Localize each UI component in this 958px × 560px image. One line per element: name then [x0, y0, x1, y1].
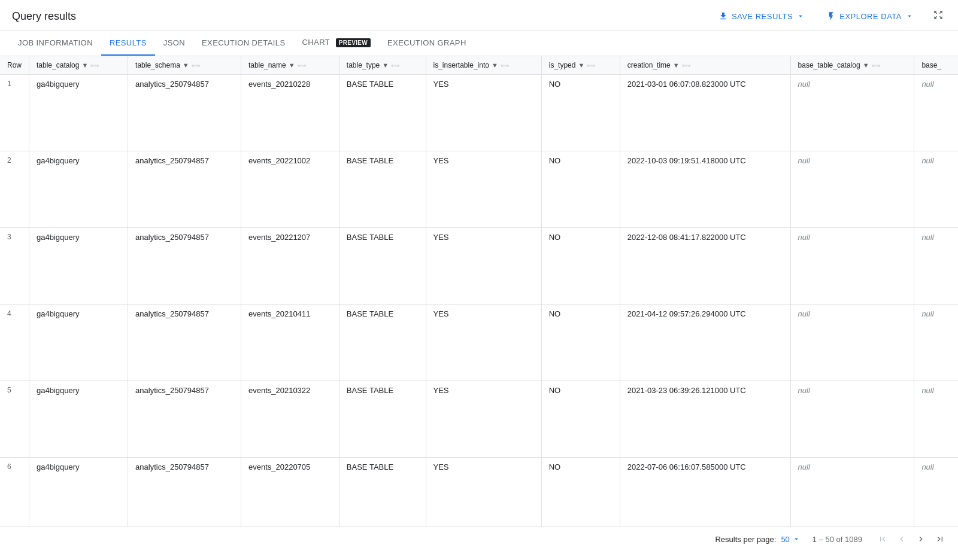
- table-cell: null: [914, 151, 958, 228]
- tab-json[interactable]: JSON: [155, 31, 193, 56]
- table-cell: null: [790, 381, 914, 458]
- per-page-selector[interactable]: 50: [781, 535, 800, 544]
- page-range: 1 – 50 of 1089: [813, 535, 862, 544]
- col-header-row: Row: [0, 56, 29, 75]
- tab-execution-details[interactable]: EXECUTION DETAILS: [193, 31, 293, 56]
- results-table-container[interactable]: Row table_catalog ▼ ⟺ table_schema ▼ ⟺: [0, 56, 958, 526]
- table-cell: analytics_250794857: [128, 228, 241, 305]
- table-cell: NO: [541, 458, 620, 527]
- tab-job-information[interactable]: JOB INFORMATION: [10, 31, 101, 56]
- table-cell: 2021-03-01 06:07:08.823000 UTC: [620, 75, 790, 151]
- col-header-base-table-catalog[interactable]: base_table_catalog ▼ ⟺: [790, 56, 914, 75]
- table-cell: YES: [426, 151, 541, 228]
- table-cell: analytics_250794857: [128, 381, 241, 458]
- table-cell: null: [914, 228, 958, 305]
- last-page-button[interactable]: [932, 532, 948, 546]
- save-icon: [718, 11, 728, 21]
- sort-table-schema-icon[interactable]: ▼: [183, 62, 189, 69]
- table-footer: Results per page: 50 1 – 50 of 1089: [0, 526, 958, 551]
- sort-table-catalog-icon[interactable]: ▼: [81, 62, 88, 69]
- col-header-is-typed[interactable]: is_typed ▼ ⟺: [541, 56, 620, 75]
- save-results-dropdown-icon: [796, 12, 805, 20]
- prev-page-button[interactable]: [893, 532, 910, 546]
- table-cell: NO: [541, 381, 620, 458]
- page-header: Query results SAVE RESULTS EXPLORE DATA: [0, 0, 958, 31]
- table-cell: ga4bigquery: [29, 228, 128, 305]
- table-cell: YES: [426, 228, 541, 305]
- table-cell: 6: [0, 458, 29, 527]
- table-cell: null: [790, 458, 914, 527]
- table-cell: null: [790, 151, 914, 228]
- table-body: 1ga4bigqueryanalytics_250794857events_20…: [0, 75, 958, 527]
- table-cell: BASE TABLE: [339, 228, 426, 305]
- table-cell: events_20221002: [241, 151, 339, 228]
- first-page-button[interactable]: [874, 532, 891, 546]
- table-cell: BASE TABLE: [339, 75, 426, 151]
- sort-creation-time-icon[interactable]: ▼: [673, 62, 680, 69]
- col-header-is-insertable[interactable]: is_insertable_into ▼ ⟺: [426, 56, 541, 75]
- table-cell: 2: [0, 151, 29, 228]
- table-cell: 2022-12-08 08:41:17.822000 UTC: [620, 228, 790, 305]
- table-cell: events_20210411: [241, 305, 339, 381]
- col-header-table-name[interactable]: table_name ▼ ⟺: [241, 56, 339, 75]
- table-cell: NO: [541, 151, 620, 228]
- table-cell: null: [790, 228, 914, 305]
- save-results-button[interactable]: SAVE RESULTS: [714, 9, 810, 23]
- table-cell: NO: [541, 228, 620, 305]
- explore-data-button[interactable]: EXPLORE DATA: [821, 9, 918, 23]
- table-cell: analytics_250794857: [128, 75, 241, 151]
- col-header-table-catalog[interactable]: table_catalog ▼ ⟺: [29, 56, 128, 75]
- sort-table-type-icon[interactable]: ▼: [382, 62, 389, 69]
- table-row: 4ga4bigqueryanalytics_250794857events_20…: [0, 305, 958, 381]
- next-page-icon: [916, 534, 926, 544]
- col-header-table-type[interactable]: table_type ▼ ⟺: [339, 56, 426, 75]
- last-page-icon: [935, 534, 945, 544]
- expand-icon: [933, 10, 944, 20]
- table-cell: BASE TABLE: [339, 305, 426, 381]
- table-cell: 2022-10-03 09:19:51.418000 UTC: [620, 151, 790, 228]
- table-header-row: Row table_catalog ▼ ⟺ table_schema ▼ ⟺: [0, 56, 958, 75]
- sort-is-typed-icon[interactable]: ▼: [578, 62, 584, 69]
- table-cell: null: [914, 458, 958, 527]
- page-title: Query results: [12, 10, 76, 23]
- tab-execution-graph[interactable]: EXECUTION GRAPH: [379, 31, 475, 56]
- col-header-base[interactable]: base_: [914, 56, 958, 75]
- table-cell: ga4bigquery: [29, 151, 128, 228]
- table-cell: events_20210322: [241, 381, 339, 458]
- table-cell: 2021-03-23 06:39:26.121000 UTC: [620, 381, 790, 458]
- table-row: 3ga4bigqueryanalytics_250794857events_20…: [0, 228, 958, 305]
- table-cell: NO: [541, 305, 620, 381]
- explore-data-dropdown-icon: [905, 12, 914, 20]
- table-cell: events_20220705: [241, 458, 339, 527]
- sort-table-name-icon[interactable]: ▼: [289, 62, 295, 69]
- sort-is-insertable-icon[interactable]: ▼: [492, 62, 498, 69]
- table-row: 6ga4bigqueryanalytics_250794857events_20…: [0, 458, 958, 527]
- col-header-creation-time[interactable]: creation_time ▼ ⟺: [620, 56, 790, 75]
- next-page-button[interactable]: [912, 532, 929, 546]
- table-cell: events_20221207: [241, 228, 339, 305]
- col-header-table-schema[interactable]: table_schema ▼ ⟺: [128, 56, 241, 75]
- table-cell: BASE TABLE: [339, 151, 426, 228]
- table-cell: YES: [426, 305, 541, 381]
- expand-button[interactable]: [930, 7, 946, 25]
- table-cell: BASE TABLE: [339, 381, 426, 458]
- table-cell: NO: [541, 75, 620, 151]
- table-cell: 5: [0, 381, 29, 458]
- sort-base-table-catalog-icon[interactable]: ▼: [863, 62, 869, 69]
- table-cell: ga4bigquery: [29, 458, 128, 527]
- table-cell: 2022-07-06 06:16:07.585000 UTC: [620, 458, 790, 527]
- results-per-page: Results per page: 50: [715, 535, 800, 544]
- header-actions: SAVE RESULTS EXPLORE DATA: [714, 7, 946, 25]
- table-cell: analytics_250794857: [128, 458, 241, 527]
- prev-page-icon: [897, 534, 907, 544]
- pagination-nav: [874, 532, 948, 546]
- tab-results[interactable]: RESULTS: [101, 31, 155, 56]
- table-cell: null: [914, 381, 958, 458]
- tabs-bar: JOB INFORMATION RESULTS JSON EXECUTION D…: [0, 31, 958, 56]
- table-cell: ga4bigquery: [29, 305, 128, 381]
- table-cell: null: [914, 75, 958, 151]
- tab-chart[interactable]: CHART PREVIEW: [294, 31, 380, 56]
- table-row: 1ga4bigqueryanalytics_250794857events_20…: [0, 75, 958, 151]
- table-cell: 2021-04-12 09:57:26.294000 UTC: [620, 305, 790, 381]
- table-cell: 4: [0, 305, 29, 381]
